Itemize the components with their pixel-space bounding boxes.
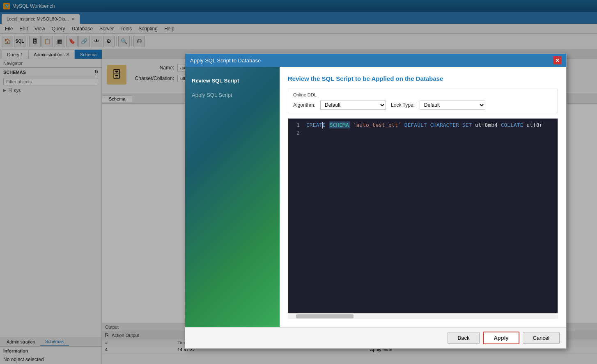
line-num-1: 1 — [292, 122, 300, 128]
sql-line-2: 2 — [292, 130, 554, 136]
modal-title-bar: Apply SQL Script to Database ✕ — [185, 54, 566, 67]
cancel-button[interactable]: Cancel — [523, 332, 560, 344]
locktype-select[interactable]: Default — [420, 101, 485, 110]
scrollbar-thumb[interactable] — [296, 314, 354, 318]
locktype-label: Lock Type: — [391, 102, 415, 108]
sql-code-1: CREATE SCHEMA `auto_test_plt` DEFAULT CH… — [306, 122, 542, 128]
modal-nav-apply[interactable]: Apply SQL Script — [185, 88, 280, 102]
modal-sidebar: Review SQL Script Apply SQL Script — [185, 67, 280, 327]
sql-editor[interactable]: 1 CREATE SCHEMA `auto_test_plt` DEFAULT … — [288, 118, 558, 313]
modal-main-content: Review the SQL Script to be Applied on t… — [280, 67, 566, 327]
ddl-section: Online DDL Algorithm: Default Lock Type:… — [288, 89, 558, 113]
modal-footer: Back Apply Cancel — [185, 327, 566, 348]
algorithm-label: Algorithm: — [293, 102, 315, 108]
modal-nav-review[interactable]: Review SQL Script — [185, 73, 280, 88]
algorithm-select[interactable]: Default — [320, 101, 386, 110]
modal-overlay: Apply SQL Script to Database ✕ Review SQ… — [0, 0, 597, 364]
modal-close-button[interactable]: ✕ — [553, 56, 561, 64]
back-button[interactable]: Back — [448, 332, 480, 344]
modal-body: Review SQL Script Apply SQL Script Revie… — [185, 67, 566, 327]
scrollbar-area[interactable] — [288, 313, 558, 319]
sql-code-2 — [306, 130, 310, 136]
sql-line-1: 1 CREATE SCHEMA `auto_test_plt` DEFAULT … — [292, 122, 554, 128]
modal-title: Apply SQL Script to Database — [190, 57, 261, 64]
ddl-title: Online DDL — [293, 92, 553, 97]
apply-sql-modal: Apply SQL Script to Database ✕ Review SQ… — [185, 53, 567, 349]
apply-button[interactable]: Apply — [483, 332, 519, 344]
line-num-2: 2 — [292, 130, 300, 136]
modal-heading: Review the SQL Script to be Applied on t… — [288, 75, 558, 82]
